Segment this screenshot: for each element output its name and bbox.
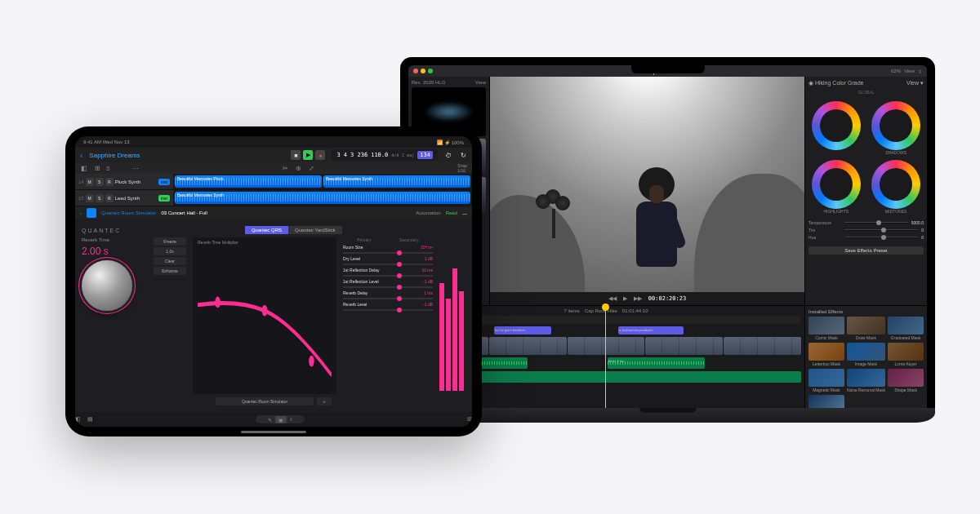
mode-switcher[interactable]: ✎ ▣ ⫴ <box>256 415 305 423</box>
color-wheel-highlights[interactable] <box>812 160 861 209</box>
track-row[interactable]: 14 M S R Pluck Synth inst Beautiful Memo… <box>75 174 472 190</box>
automation-mode[interactable]: Read <box>446 210 457 215</box>
audio-region[interactable]: Beautiful Memories Synth <box>323 175 470 188</box>
glue-icon[interactable]: ⊕ <box>294 164 302 172</box>
video-clip[interactable] <box>489 337 567 355</box>
effect-item[interactable]: Shape Mask <box>888 369 924 392</box>
next-icon[interactable]: ▶▶ <box>634 295 642 302</box>
more-icon[interactable]: ⋯ <box>131 164 140 172</box>
plugin-icon[interactable] <box>87 208 96 218</box>
slider-tint[interactable]: Tint0 <box>808 228 924 233</box>
share-icon[interactable]: ⇪ <box>918 69 922 74</box>
slider-temperature[interactable]: Temperature5000.0 <box>808 220 924 225</box>
track-header[interactable]: 15 M S R Lead Synth inst <box>75 190 173 206</box>
track-row[interactable]: 15 M S R Lead Synth inst Beautiful Memor… <box>75 190 472 206</box>
browser-icon[interactable]: ⊞ <box>93 164 101 172</box>
reverb-graph[interactable]: Reverb Time Multiplier <box>193 237 336 394</box>
pencil-icon[interactable]: ✎ <box>268 417 272 423</box>
audio-region[interactable]: Beautiful Memories Synth <box>175 192 470 204</box>
preset-clear[interactable]: Clear <box>154 257 186 265</box>
audio-clip[interactable]: Birds & Inv <box>608 357 706 369</box>
add-button[interactable]: + <box>317 397 332 405</box>
param-slider[interactable] <box>343 298 433 299</box>
effect-thumb <box>808 343 844 361</box>
fullscreen-icon[interactable] <box>428 69 433 73</box>
fx-icon[interactable]: ⊞ <box>467 416 472 423</box>
effect-item[interactable]: Draw Mask <box>847 317 885 340</box>
mute-button[interactable]: M <box>86 178 94 186</box>
pointer-icon[interactable]: ▣ <box>275 416 287 423</box>
output-meters <box>439 237 466 394</box>
preset-freeze[interactable]: Freeze <box>154 237 186 246</box>
reverb-time-knob[interactable] <box>82 260 132 311</box>
minimize-icon[interactable] <box>421 69 425 73</box>
zoom-value[interactable]: 62% <box>891 69 901 73</box>
scissors-icon[interactable]: ✂ <box>281 164 289 172</box>
play-icon[interactable]: ▶ <box>623 295 627 302</box>
track-lane[interactable]: Beautiful Memories Pluck Beautiful Memor… <box>173 174 472 189</box>
param-slider[interactable] <box>343 264 433 265</box>
project-name[interactable]: Sapphire Dreams <box>89 152 140 159</box>
stop-button[interactable]: ■ <box>291 150 301 160</box>
solo-button[interactable]: S <box>96 178 104 186</box>
window-controls[interactable] <box>413 69 433 73</box>
color-wheel-shadows[interactable] <box>871 101 920 150</box>
preset-enhance[interactable]: Enhance <box>154 267 186 275</box>
close-icon[interactable] <box>413 69 418 73</box>
back-icon[interactable]: ‹ <box>80 151 82 160</box>
mute-button[interactable]: M <box>86 194 94 202</box>
effect-item[interactable]: Graduated Mask <box>888 317 924 340</box>
sidebar-icon[interactable]: ◧ <box>75 416 81 423</box>
solo-button[interactable]: S <box>96 194 104 202</box>
viewer-canvas[interactable] <box>490 77 804 292</box>
tab-yardstick[interactable]: Quantec YardStick <box>288 226 341 234</box>
slider-hue[interactable]: Hue0 <box>808 235 924 240</box>
view-menu[interactable]: View <box>904 69 915 73</box>
save-preset-button[interactable]: Save Effects Preset <box>808 246 924 255</box>
loop-icon[interactable]: ↻ <box>459 151 467 159</box>
param-slider[interactable] <box>343 275 433 277</box>
title-clip[interactable]: by the giant boulders <box>494 326 551 335</box>
mixer-icon[interactable]: ⫴ <box>290 417 292 423</box>
plugin-name[interactable]: Quantec Room Simulator <box>101 210 156 215</box>
fcp-timeline[interactable]: 7 items Cap Rock Hike 01:01:44:10 The es… <box>408 305 927 408</box>
zoom-icon[interactable]: ⤢ <box>307 164 315 172</box>
playhead[interactable] <box>605 306 606 408</box>
param-slider[interactable] <box>343 252 433 254</box>
play-button[interactable]: ▶ <box>303 150 313 160</box>
param-slider[interactable] <box>343 286 433 288</box>
lcd-display[interactable]: 3 4 3 236 110.0 4/4 C maj 134 <box>332 149 438 161</box>
list-icon[interactable]: ▤ <box>87 416 93 423</box>
audio-region[interactable]: Beautiful Memories Pluck <box>175 175 322 188</box>
track-header[interactable]: 14 M S R Pluck Synth inst <box>75 174 173 189</box>
tab-qrs[interactable]: Quantec QRS <box>245 226 288 234</box>
plugin-preset[interactable]: 03 Concert Hall - Full <box>161 210 207 215</box>
metronome-icon[interactable]: ⏱ <box>444 151 452 159</box>
color-wheel-midtones[interactable] <box>871 160 920 209</box>
back-icon[interactable]: ‹ <box>80 210 82 215</box>
video-clip[interactable] <box>645 337 723 355</box>
snap-label[interactable]: Snap1/16 <box>457 163 467 173</box>
record-button[interactable]: ● <box>315 150 325 160</box>
video-clip[interactable] <box>724 337 801 355</box>
effect-item[interactable]: Comic Mask <box>808 317 844 340</box>
track-lane[interactable]: Beautiful Memories Synth <box>173 190 472 206</box>
view-button[interactable]: View ▾ <box>906 80 924 86</box>
more-icon[interactable]: ⋯ <box>462 210 467 216</box>
prev-icon[interactable]: ◀◀ <box>608 295 617 302</box>
title-clip[interactable]: a Joshua tree producer <box>618 326 684 335</box>
bottom-pill[interactable]: Quantec Room Simulator <box>216 397 314 405</box>
view-button[interactable]: View <box>475 80 486 85</box>
effect-item[interactable]: Magnetic Mask <box>808 369 844 392</box>
preset-1s[interactable]: 1.0s <box>154 247 186 255</box>
effect-item[interactable]: Vignette Mask <box>808 395 844 408</box>
library-icon[interactable]: ◧ <box>80 164 88 172</box>
effect-item[interactable]: Letterbox Mask <box>808 343 844 366</box>
effect-item[interactable]: Luma Keyer <box>888 343 924 366</box>
color-wheel-global[interactable] <box>812 101 861 150</box>
rec-button[interactable]: R <box>105 178 114 186</box>
effect-item[interactable]: Image Mask <box>847 343 885 366</box>
rec-button[interactable]: R <box>105 194 114 202</box>
effect-item[interactable]: Noise Removal Mask <box>847 369 885 392</box>
param-slider[interactable] <box>343 309 433 311</box>
